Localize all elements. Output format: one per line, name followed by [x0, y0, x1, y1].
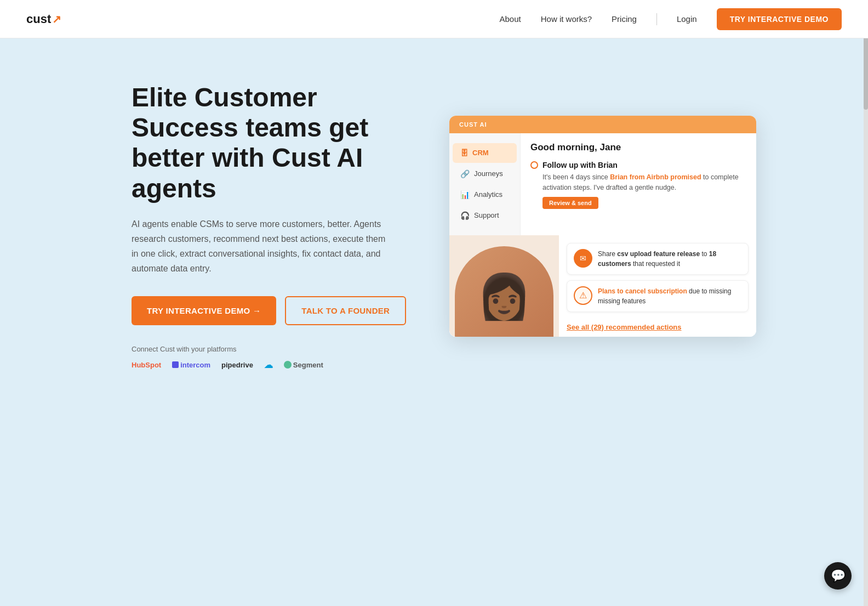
- hero-right: CUST AI 🗄 CRM 🔗 Journeys 📊 Analytics: [449, 116, 756, 337]
- notifications-panel: ✉ Share csv upload feature release to 18…: [559, 235, 756, 337]
- support-icon: 🎧: [460, 211, 470, 220]
- card-greeting: Good morning, Jane: [530, 142, 746, 153]
- task-desc: It's been 4 days since Brian from Airbnb…: [530, 172, 746, 193]
- task-item: Follow up with Brian It's been 4 days si…: [530, 161, 746, 209]
- card-bottom: 👩🏾 ✉ Share csv upload feature release to…: [449, 235, 756, 337]
- scrollbar[interactable]: [864, 0, 868, 606]
- logo[interactable]: cust↗: [26, 12, 61, 26]
- notifications-list: ✉ Share csv upload feature release to 18…: [559, 235, 756, 320]
- card-sidebar: 🗄 CRM 🔗 Journeys 📊 Analytics 🎧 Support: [449, 133, 521, 235]
- ui-card: CUST AI 🗄 CRM 🔗 Journeys 📊 Analytics: [449, 116, 756, 337]
- hero-title: Elite Customer Success teams get better …: [132, 82, 416, 203]
- intercom-icon: [172, 361, 179, 368]
- connect-label: Connect Cust with your platforms: [132, 345, 416, 353]
- analytics-icon: 📊: [460, 190, 470, 199]
- card-body: Good morning, Jane Follow up with Brian …: [521, 133, 756, 226]
- card-header-label: CUST AI: [459, 121, 487, 128]
- segment-logo: Segment: [284, 361, 323, 369]
- journeys-icon: 🔗: [460, 169, 470, 178]
- notification-csv: ✉ Share csv upload feature release to 18…: [567, 243, 749, 275]
- try-demo-button[interactable]: TRY INTERACTIVE DEMO →: [132, 296, 276, 325]
- salesforce-logo: ☁: [264, 360, 273, 370]
- cancel-highlight: Plans to cancel subscription: [598, 287, 687, 295]
- task-highlight: Brian from Airbnb promised: [610, 173, 701, 181]
- warning-icon: ⚠: [574, 286, 592, 305]
- card-main: Good morning, Jane Follow up with Brian …: [521, 133, 756, 235]
- hero-subtitle: AI agents enable CSMs to serve more cust…: [132, 217, 395, 276]
- task-title: Follow up with Brian: [530, 161, 746, 169]
- hero-section: Elite Customer Success teams get better …: [105, 38, 763, 403]
- email-icon: ✉: [574, 249, 592, 268]
- navbar: cust↗ About How it works? Pricing Login …: [0, 0, 868, 38]
- chat-icon: 💬: [831, 569, 846, 583]
- nav-pricing[interactable]: Pricing: [612, 14, 637, 24]
- login-link[interactable]: Login: [677, 14, 697, 24]
- chat-button[interactable]: 💬: [824, 562, 852, 590]
- sidebar-item-journeys[interactable]: 🔗 Journeys: [453, 164, 517, 184]
- sidebar-item-support[interactable]: 🎧 Support: [453, 206, 517, 225]
- nav-cta-button[interactable]: TRY INTERACTIVE DEMO: [717, 8, 842, 30]
- avatar: 👩🏾: [455, 246, 553, 337]
- nav-divider: [656, 13, 657, 25]
- logo-text: cust: [26, 12, 51, 26]
- avatar-section: 👩🏾: [449, 235, 559, 337]
- task-desc-prefix: It's been 4 days since: [542, 173, 610, 181]
- sidebar-label-crm: CRM: [472, 149, 489, 157]
- intercom-logo: intercom: [172, 361, 210, 369]
- nav-links: About How it works? Pricing Login TRY IN…: [500, 8, 842, 30]
- nav-how-it-works[interactable]: How it works?: [541, 14, 592, 24]
- avatar-person: 👩🏾: [477, 275, 532, 319]
- sidebar-item-analytics[interactable]: 📊 Analytics: [453, 185, 517, 205]
- talk-founder-button[interactable]: TALK TO A FOUNDER: [285, 296, 406, 325]
- hubspot-logo: HubSpot: [132, 361, 161, 369]
- notification-cancel: ⚠ Plans to cancel subscription due to mi…: [567, 280, 749, 312]
- salesforce-icon: ☁: [264, 360, 273, 370]
- crm-icon: 🗄: [460, 149, 468, 157]
- pipedrive-logo: pipedrive: [221, 361, 253, 369]
- task-title-text: Follow up with Brian: [542, 161, 618, 169]
- segment-icon: [284, 361, 292, 369]
- card-header: CUST AI: [449, 116, 756, 133]
- csv-highlight: csv upload feature release: [617, 250, 700, 258]
- task-circle-icon: [530, 161, 538, 169]
- sidebar-label-analytics: Analytics: [474, 190, 502, 199]
- sidebar-label-journeys: Journeys: [474, 169, 503, 178]
- sidebar-label-support: Support: [474, 211, 499, 219]
- nav-about[interactable]: About: [500, 14, 521, 24]
- see-all-link[interactable]: See all (29) recommended actions: [559, 320, 756, 337]
- card-inner: 🗄 CRM 🔗 Journeys 📊 Analytics 🎧 Support: [449, 133, 756, 235]
- logo-arrow: ↗: [52, 13, 61, 26]
- review-send-button[interactable]: Review & send: [542, 197, 598, 209]
- integrations: HubSpot intercom pipedrive ☁ Segment: [132, 360, 416, 370]
- sidebar-item-crm[interactable]: 🗄 CRM: [453, 143, 517, 163]
- hero-buttons: TRY INTERACTIVE DEMO → TALK TO A FOUNDER: [132, 296, 416, 325]
- notification-cancel-text: Plans to cancel subscription due to miss…: [598, 286, 741, 306]
- notification-csv-text: Share csv upload feature release to 18 c…: [598, 249, 741, 269]
- hero-left: Elite Customer Success teams get better …: [132, 82, 416, 370]
